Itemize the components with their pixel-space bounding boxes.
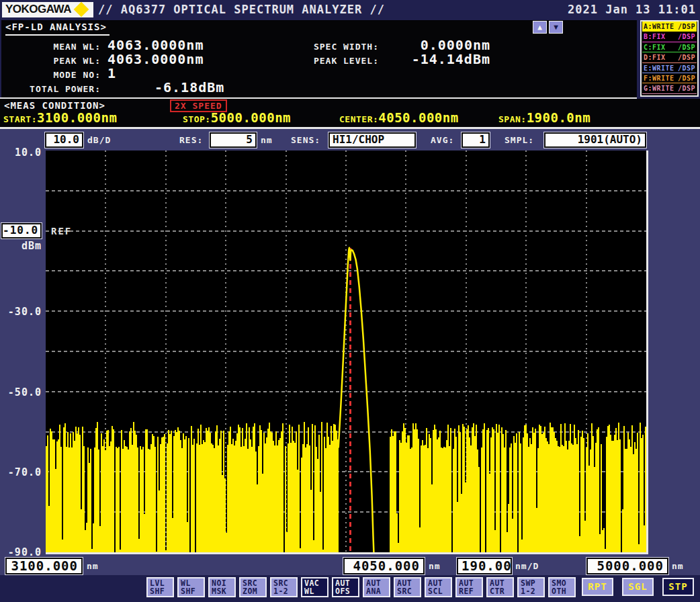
meas-value: 5000.000nm <box>211 110 291 125</box>
softkey-vac-wl[interactable]: VACWL <box>301 577 329 597</box>
scale-per-div-field[interactable]: 190.00 <box>457 558 512 574</box>
trace-name: C:FIX <box>644 43 666 51</box>
trace-name: G:WRITE <box>644 84 674 92</box>
field-value: 4063.0000nm <box>107 51 204 67</box>
softkey-noi-msk[interactable]: NOIMSK <box>208 577 236 597</box>
softkey-wl-shf[interactable]: WLSHF <box>177 577 205 597</box>
center-wl-unit: nm <box>429 561 441 571</box>
avg-label: AVG: <box>431 135 454 145</box>
softkey-smo-oth[interactable]: SMOOTH <box>548 577 576 597</box>
trace-legend-panel: A:WRITE/DSPB:FIX/DSPC:FIX/DSPD:FIX/DSPE:… <box>640 20 699 97</box>
separator <box>0 127 700 129</box>
meas-start: START:3100.000nm <box>3 110 117 125</box>
trace-mode: /DSP <box>678 64 695 72</box>
avg-field[interactable]: 1 <box>462 132 490 148</box>
softkey-src-zom[interactable]: SRCZOM <box>239 577 267 597</box>
y-axis-unit: dBm <box>1 240 42 252</box>
softkey-aut-ctr[interactable]: AUTCTR <box>486 577 514 597</box>
stop-wl-field[interactable]: 5000.000 <box>586 558 668 574</box>
trace-name: F:WRITE <box>644 74 674 82</box>
trace-row-b[interactable]: B:FIX/DSP <box>642 32 697 42</box>
top-section: YOKOGAWA // AQ6377 OPTICAL SPECTRUM ANAL… <box>0 0 700 128</box>
trace-scroll-buttons: ▲ ▼ <box>533 21 563 34</box>
datetime: 2021 Jan 13 11:01 <box>568 3 696 16</box>
field-spec-width: SPEC WIDTH:0.0000nm <box>290 37 490 52</box>
meas-center: CENTER:4050.000nm <box>339 110 459 125</box>
spectrum-plot: REF <box>46 150 646 552</box>
y-axis-label: -30.0 <box>1 306 42 318</box>
smpl-label: SMPL: <box>505 135 534 145</box>
level-scale-unit: dB/D <box>87 135 111 145</box>
meas-value: 3100.000nm <box>37 110 117 125</box>
field-label: MODE NO: <box>1 70 101 80</box>
res-unit: nm <box>261 135 273 145</box>
softkey-lvl-shf[interactable]: LVLSHF <box>146 577 174 597</box>
trace-name: A:WRITE <box>644 22 674 31</box>
softkey-src-1-2[interactable]: SRC1-2 <box>270 577 298 597</box>
softkey-band: LVLSHFWLSHFNOIMSKSRCZOMSRC1-2VACWLAUTOFS… <box>0 575 700 602</box>
trace-row-e[interactable]: E:WRITE/DSP <box>642 63 697 73</box>
stop-wl-unit: nm <box>672 561 684 571</box>
function-softkeys: LVLSHFWLSHFNOIMSKSRCZOMSRC1-2VACWLAUTOFS… <box>146 577 576 597</box>
meas-label: START: <box>3 114 37 124</box>
softkey-aut-ref[interactable]: AUTREF <box>455 577 483 597</box>
trace-name: E:WRITE <box>644 64 674 72</box>
meas-label: SPAN: <box>498 114 527 124</box>
softkey-aut-scl[interactable]: AUTSCL <box>425 577 452 597</box>
meas-title: <MEAS CONDITION> <box>4 100 105 111</box>
softkey-aut-src[interactable]: AUTSRC <box>394 577 421 597</box>
meas-value: 4050.000nm <box>378 110 458 125</box>
trace-mode: /DSP <box>678 22 695 31</box>
softkey-aut-ofs[interactable]: AUTOFS <box>332 577 359 597</box>
field-mode-no: MODE NO:1 <box>1 65 116 80</box>
trace-row-c[interactable]: C:FIX/DSP <box>642 42 697 52</box>
softkey-rpt[interactable]: RPT <box>582 578 613 596</box>
smpl-field[interactable]: 1901(AUTO) <box>544 132 646 148</box>
trace-mode: /DSP <box>678 74 695 82</box>
softkey-stp[interactable]: STP <box>662 578 694 596</box>
meas-stop: STOP:5000.000nm <box>183 110 291 125</box>
analysis-title: <FP-LD ANALYSIS> <box>5 22 110 36</box>
y-axis-label: -70.0 <box>1 466 42 478</box>
ref-level-label: REF <box>51 226 72 236</box>
res-field[interactable]: 5 <box>210 132 257 148</box>
meas-span: SPAN:1900.0nm <box>498 110 590 125</box>
start-wl-unit: nm <box>87 561 99 571</box>
scroll-down-icon[interactable]: ▼ <box>549 21 563 34</box>
field-label: TOTAL POWER: <box>1 84 101 94</box>
field-peak-level: PEAK LEVEL:-14.14dBm <box>290 51 490 66</box>
trace-row-f[interactable]: F:WRITE/DSP <box>642 73 697 83</box>
trace-row-g[interactable]: G:WRITE/DSP <box>642 83 697 93</box>
field-label: PEAK WL: <box>1 56 101 66</box>
meas-value: 1900.0nm <box>527 110 591 125</box>
trace-mode: /DSP <box>678 53 695 61</box>
sens-label: SENS: <box>291 135 320 145</box>
sweep-softkeys: RPTSGLSTP <box>582 578 694 596</box>
ref-level-field[interactable]: -10.0 <box>1 223 42 239</box>
trace-mode: /DSP <box>678 43 695 51</box>
trace-row-a[interactable]: A:WRITE/DSP <box>642 22 697 32</box>
level-scale-field[interactable]: 10.0 <box>45 132 83 148</box>
field-label: PEAK LEVEL: <box>290 56 379 66</box>
field-mean-wl: MEAN WL:4063.0000nm <box>1 37 204 52</box>
meas-condition-strip: <MEAS CONDITION> 2X SPEED START:3100.000… <box>0 99 700 127</box>
start-wl-field[interactable]: 3100.000 <box>5 558 83 574</box>
scroll-up-icon[interactable]: ▲ <box>533 21 547 34</box>
softkey-swp-1-2[interactable]: SWP1-2 <box>517 577 545 597</box>
field-value: -14.14dBm <box>384 51 490 67</box>
meas-label: STOP: <box>183 114 211 124</box>
res-label: RES: <box>179 135 203 145</box>
trace-mode: /DSP <box>678 32 695 40</box>
trace-row-d[interactable]: D:FIX/DSP <box>642 52 697 62</box>
meas-label: CENTER: <box>339 114 378 124</box>
softkey-aut-ana[interactable]: AUTANA <box>363 577 390 597</box>
scale-per-div-unit: nm/D <box>515 561 539 571</box>
page-title: // AQ6377 OPTICAL SPECTRUM ANALYZER // <box>98 3 385 16</box>
trace-name: B:FIX <box>644 32 666 40</box>
sens-field[interactable]: HI1/CHOP <box>329 132 416 148</box>
trace-name: D:FIX <box>644 53 666 61</box>
softkey-sgl[interactable]: SGL <box>622 578 654 596</box>
trace-mode: /DSP <box>678 84 695 92</box>
center-wl-field[interactable]: 4050.000 <box>343 558 425 574</box>
spectrum-plot-area: REF <box>46 150 648 554</box>
